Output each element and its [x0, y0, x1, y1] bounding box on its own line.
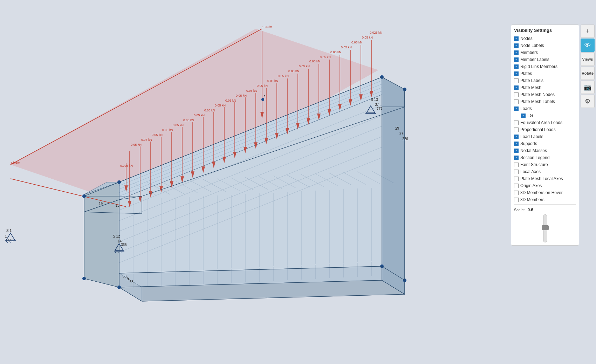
svg-text:0.05 kN: 0.05 kN [131, 143, 142, 146]
vis-item-proportional-loads[interactable]: Proportional Loads [514, 126, 576, 133]
settings-button[interactable]: ⚙ [581, 95, 595, 108]
svg-text:68: 68 [130, 280, 134, 284]
svg-text:0.05 kN: 0.05 kN [141, 138, 152, 142]
scale-slider[interactable] [543, 214, 547, 242]
vis-checkbox-rigid-link-members[interactable] [514, 64, 519, 69]
vis-checkbox-plate-mesh[interactable] [514, 85, 519, 90]
vis-item-plates[interactable]: Plates [514, 70, 576, 77]
vis-item-member-labels[interactable]: Member Labels [514, 56, 576, 63]
views-button[interactable]: Views [581, 53, 595, 66]
vis-item-loads[interactable]: Loads [514, 105, 576, 112]
vis-checkbox-section-legend[interactable] [514, 156, 519, 160]
vis-item-3d-members[interactable]: 3D Members [514, 196, 576, 203]
svg-text:365: 365 [121, 243, 127, 247]
svg-text:0.05 kN: 0.05 kN [183, 118, 194, 122]
vis-item-plate-labels[interactable]: Plate Labels [514, 77, 576, 84]
svg-marker-13 [382, 77, 405, 294]
structure-viewport: S 1 1 777 S 12 14 365 S 13 37 777 19 16 … [0, 0, 473, 364]
vis-item-faint-structure[interactable]: Faint Structure [514, 161, 576, 168]
vis-item-nodes[interactable]: Nodes [514, 35, 576, 42]
svg-text:1: 1 [5, 234, 7, 238]
vis-checkbox-member-labels[interactable] [514, 57, 519, 62]
vis-label-nodes: Nodes [520, 36, 533, 41]
vis-checkbox-origin-axes[interactable] [514, 184, 519, 188]
vis-checkbox-loads[interactable] [514, 107, 519, 111]
vis-checkbox-plate-mesh-local-axes[interactable] [514, 177, 519, 181]
vis-item-plate-mesh-local-axes[interactable]: Plate Mesh Local Axes [514, 175, 576, 182]
camera-button[interactable]: 📷 [581, 81, 595, 94]
vis-label-load-labels: Load Labels [520, 134, 543, 139]
vis-item-supports[interactable]: Supports [514, 140, 576, 147]
vis-item-plate-mesh[interactable]: Plate Mesh [514, 84, 576, 91]
svg-text:1 kN/m: 1 kN/m [262, 25, 272, 29]
svg-text:0.05 kN: 0.05 kN [278, 74, 289, 78]
vis-item-lg[interactable]: LG [514, 112, 576, 119]
svg-text:0.05 kN: 0.05 kN [288, 69, 299, 73]
vis-checkbox-3d-members-hover[interactable] [514, 191, 519, 195]
vis-checkbox-local-axes[interactable] [514, 170, 519, 174]
svg-text:0.05 kN: 0.05 kN [246, 89, 257, 92]
svg-text:S 13: S 13 [371, 98, 378, 102]
vis-item-nodal-masses[interactable]: Nodal Masses [514, 147, 576, 154]
vis-checkbox-plates[interactable] [514, 71, 519, 76]
vis-item-section-legend[interactable]: Section Legend [514, 154, 576, 161]
svg-text:0.05 kN: 0.05 kN [204, 109, 215, 112]
vis-checkbox-node-labels[interactable] [514, 43, 519, 48]
vis-checkbox-3d-members[interactable] [514, 198, 519, 202]
svg-text:9: 9 [127, 277, 129, 281]
right-panel: Visibility Settings NodesNode LabelsMemb… [473, 0, 596, 364]
svg-text:0.05 kN: 0.05 kN [152, 133, 163, 137]
scale-label: Scale: [514, 208, 525, 212]
vis-checkbox-nodal-masses[interactable] [514, 149, 519, 153]
vis-checkbox-nodes[interactable] [514, 36, 519, 41]
eye-button[interactable]: 👁 [581, 39, 595, 52]
visibility-panel-title: Visibility Settings [514, 28, 576, 33]
vis-checkbox-proportional-loads[interactable] [514, 128, 519, 132]
vis-checkbox-faint-structure[interactable] [514, 163, 519, 167]
canvas-area[interactable]: S 1 1 777 S 12 14 365 S 13 37 777 19 16 … [0, 0, 473, 364]
vis-item-plate-mesh-labels[interactable]: Plate Mesh Labels [514, 98, 576, 105]
visibility-panel: Visibility Settings NodesNode LabelsMemb… [511, 25, 579, 246]
vis-item-local-axes[interactable]: Local Axes [514, 168, 576, 175]
vis-checkbox-members[interactable] [514, 50, 519, 55]
vis-item-members[interactable]: Members [514, 49, 576, 56]
vis-item-rigid-link-members[interactable]: Rigid Link Members [514, 63, 576, 70]
vis-item-equivalent-area-loads[interactable]: Equivalent Area Loads [514, 119, 576, 126]
svg-text:0.05 kN: 0.05 kN [362, 36, 373, 39]
slider-thumb[interactable] [542, 225, 549, 230]
vis-checkbox-lg[interactable] [521, 114, 526, 118]
svg-text:0.05 kN: 0.05 kN [351, 41, 362, 44]
vis-checkbox-plate-labels[interactable] [514, 78, 519, 83]
vis-item-load-labels[interactable]: Load Labels [514, 133, 576, 140]
vis-item-node-labels[interactable]: Node Labels [514, 42, 576, 49]
svg-text:0.025 kN: 0.025 kN [370, 31, 382, 34]
vis-checkbox-plate-mesh-labels[interactable] [514, 99, 519, 104]
vis-label-lg: LG [527, 113, 533, 118]
svg-text:0.05 kN: 0.05 kN [257, 84, 268, 88]
svg-text:0.05 kN: 0.05 kN [309, 60, 320, 63]
svg-text:0.025 kN: 0.025 kN [120, 164, 133, 167]
rotate-button[interactable]: Rotate [581, 67, 595, 80]
svg-text:37: 37 [375, 103, 379, 107]
vis-checkbox-load-labels[interactable] [514, 135, 519, 139]
svg-text:0.05 kN: 0.05 kN [341, 46, 352, 49]
vis-label-3d-members: 3D Members [520, 197, 544, 202]
vis-label-supports: Supports [520, 141, 537, 146]
vis-label-node-labels: Node Labels [520, 43, 544, 48]
vis-item-3d-members-hover[interactable]: 3D Members on Hover [514, 189, 576, 196]
svg-text:226: 226 [402, 137, 408, 141]
vis-checkbox-equivalent-area-loads[interactable] [514, 121, 519, 125]
visibility-items-list: NodesNode LabelsMembersMember LabelsRigi… [514, 35, 576, 203]
svg-text:0.05 kN: 0.05 kN [236, 94, 247, 97]
svg-text:S 1: S 1 [6, 229, 12, 233]
zoom-in-button[interactable]: + [581, 25, 595, 38]
vis-label-plates: Plates [520, 71, 532, 76]
vis-label-plate-mesh-nodes: Plate Mesh Nodes [520, 92, 555, 97]
vis-item-origin-axes[interactable]: Origin Axes [514, 182, 576, 189]
vis-label-local-axes: Local Axes [520, 169, 541, 174]
svg-text:0.05 kN: 0.05 kN [162, 128, 173, 132]
vis-item-plate-mesh-nodes[interactable]: Plate Mesh Nodes [514, 91, 576, 98]
vis-checkbox-plate-mesh-nodes[interactable] [514, 92, 519, 97]
vis-checkbox-supports[interactable] [514, 142, 519, 146]
vis-label-loads: Loads [520, 106, 532, 111]
